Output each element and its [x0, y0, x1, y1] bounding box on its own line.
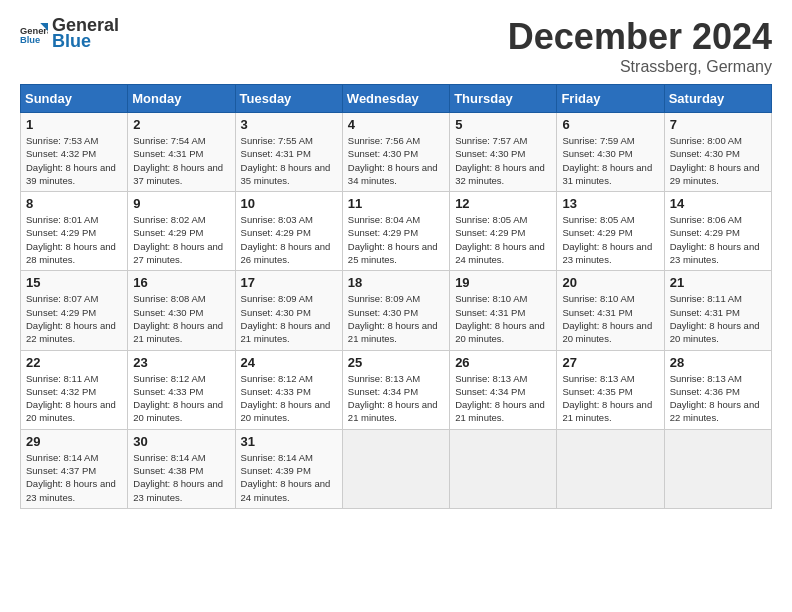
calendar-cell: 8Sunrise: 8:01 AMSunset: 4:29 PMDaylight…	[21, 192, 128, 271]
calendar-cell: 5Sunrise: 7:57 AMSunset: 4:30 PMDaylight…	[450, 113, 557, 192]
day-number: 22	[26, 355, 122, 370]
day-of-week-saturday: Saturday	[664, 85, 771, 113]
calendar-cell: 2Sunrise: 7:54 AMSunset: 4:31 PMDaylight…	[128, 113, 235, 192]
calendar-cell: 27Sunrise: 8:13 AMSunset: 4:35 PMDayligh…	[557, 350, 664, 429]
day-number: 4	[348, 117, 444, 132]
day-info: Sunrise: 8:10 AMSunset: 4:31 PMDaylight:…	[455, 292, 551, 345]
day-info: Sunrise: 8:14 AMSunset: 4:38 PMDaylight:…	[133, 451, 229, 504]
calendar-cell	[557, 429, 664, 508]
day-number: 10	[241, 196, 337, 211]
day-number: 26	[455, 355, 551, 370]
day-number: 14	[670, 196, 766, 211]
day-number: 29	[26, 434, 122, 449]
calendar-cell: 29Sunrise: 8:14 AMSunset: 4:37 PMDayligh…	[21, 429, 128, 508]
day-of-week-thursday: Thursday	[450, 85, 557, 113]
calendar-cell: 15Sunrise: 8:07 AMSunset: 4:29 PMDayligh…	[21, 271, 128, 350]
day-number: 13	[562, 196, 658, 211]
day-number: 9	[133, 196, 229, 211]
day-number: 25	[348, 355, 444, 370]
day-number: 3	[241, 117, 337, 132]
day-info: Sunrise: 8:05 AMSunset: 4:29 PMDaylight:…	[562, 213, 658, 266]
day-number: 28	[670, 355, 766, 370]
svg-text:Blue: Blue	[20, 35, 40, 45]
calendar-cell: 12Sunrise: 8:05 AMSunset: 4:29 PMDayligh…	[450, 192, 557, 271]
day-info: Sunrise: 7:56 AMSunset: 4:30 PMDaylight:…	[348, 134, 444, 187]
day-info: Sunrise: 8:01 AMSunset: 4:29 PMDaylight:…	[26, 213, 122, 266]
svg-text:General: General	[20, 26, 48, 36]
title-block: December 2024 Strassberg, Germany	[508, 16, 772, 76]
calendar-cell: 9Sunrise: 8:02 AMSunset: 4:29 PMDaylight…	[128, 192, 235, 271]
calendar-cell: 7Sunrise: 8:00 AMSunset: 4:30 PMDaylight…	[664, 113, 771, 192]
calendar-cell: 30Sunrise: 8:14 AMSunset: 4:38 PMDayligh…	[128, 429, 235, 508]
day-info: Sunrise: 8:05 AMSunset: 4:29 PMDaylight:…	[455, 213, 551, 266]
day-info: Sunrise: 8:02 AMSunset: 4:29 PMDaylight:…	[133, 213, 229, 266]
calendar-week-5: 29Sunrise: 8:14 AMSunset: 4:37 PMDayligh…	[21, 429, 772, 508]
day-info: Sunrise: 8:07 AMSunset: 4:29 PMDaylight:…	[26, 292, 122, 345]
calendar-week-1: 1Sunrise: 7:53 AMSunset: 4:32 PMDaylight…	[21, 113, 772, 192]
page-header: General Blue General Blue December 2024 …	[20, 16, 772, 76]
calendar-cell: 14Sunrise: 8:06 AMSunset: 4:29 PMDayligh…	[664, 192, 771, 271]
day-number: 5	[455, 117, 551, 132]
calendar-cell: 16Sunrise: 8:08 AMSunset: 4:30 PMDayligh…	[128, 271, 235, 350]
calendar-week-2: 8Sunrise: 8:01 AMSunset: 4:29 PMDaylight…	[21, 192, 772, 271]
day-number: 20	[562, 275, 658, 290]
calendar-cell: 25Sunrise: 8:13 AMSunset: 4:34 PMDayligh…	[342, 350, 449, 429]
calendar-cell: 11Sunrise: 8:04 AMSunset: 4:29 PMDayligh…	[342, 192, 449, 271]
calendar-cell: 18Sunrise: 8:09 AMSunset: 4:30 PMDayligh…	[342, 271, 449, 350]
calendar-table: SundayMondayTuesdayWednesdayThursdayFrid…	[20, 84, 772, 509]
calendar-cell: 28Sunrise: 8:13 AMSunset: 4:36 PMDayligh…	[664, 350, 771, 429]
calendar-cell	[450, 429, 557, 508]
day-info: Sunrise: 8:09 AMSunset: 4:30 PMDaylight:…	[348, 292, 444, 345]
day-info: Sunrise: 8:00 AMSunset: 4:30 PMDaylight:…	[670, 134, 766, 187]
calendar-header-row: SundayMondayTuesdayWednesdayThursdayFrid…	[21, 85, 772, 113]
day-info: Sunrise: 7:55 AMSunset: 4:31 PMDaylight:…	[241, 134, 337, 187]
day-of-week-friday: Friday	[557, 85, 664, 113]
calendar-cell: 26Sunrise: 8:13 AMSunset: 4:34 PMDayligh…	[450, 350, 557, 429]
day-info: Sunrise: 8:11 AMSunset: 4:31 PMDaylight:…	[670, 292, 766, 345]
calendar-week-3: 15Sunrise: 8:07 AMSunset: 4:29 PMDayligh…	[21, 271, 772, 350]
calendar-cell: 19Sunrise: 8:10 AMSunset: 4:31 PMDayligh…	[450, 271, 557, 350]
day-info: Sunrise: 8:10 AMSunset: 4:31 PMDaylight:…	[562, 292, 658, 345]
day-number: 21	[670, 275, 766, 290]
calendar-cell: 10Sunrise: 8:03 AMSunset: 4:29 PMDayligh…	[235, 192, 342, 271]
day-of-week-monday: Monday	[128, 85, 235, 113]
calendar-cell: 4Sunrise: 7:56 AMSunset: 4:30 PMDaylight…	[342, 113, 449, 192]
day-number: 16	[133, 275, 229, 290]
day-info: Sunrise: 8:04 AMSunset: 4:29 PMDaylight:…	[348, 213, 444, 266]
day-info: Sunrise: 8:13 AMSunset: 4:34 PMDaylight:…	[455, 372, 551, 425]
calendar-cell: 1Sunrise: 7:53 AMSunset: 4:32 PMDaylight…	[21, 113, 128, 192]
day-info: Sunrise: 8:12 AMSunset: 4:33 PMDaylight:…	[241, 372, 337, 425]
day-info: Sunrise: 8:06 AMSunset: 4:29 PMDaylight:…	[670, 213, 766, 266]
calendar-cell	[342, 429, 449, 508]
day-info: Sunrise: 8:13 AMSunset: 4:34 PMDaylight:…	[348, 372, 444, 425]
calendar-cell: 24Sunrise: 8:12 AMSunset: 4:33 PMDayligh…	[235, 350, 342, 429]
day-number: 23	[133, 355, 229, 370]
day-info: Sunrise: 8:14 AMSunset: 4:39 PMDaylight:…	[241, 451, 337, 504]
day-number: 15	[26, 275, 122, 290]
day-number: 24	[241, 355, 337, 370]
calendar-cell: 3Sunrise: 7:55 AMSunset: 4:31 PMDaylight…	[235, 113, 342, 192]
day-info: Sunrise: 8:12 AMSunset: 4:33 PMDaylight:…	[133, 372, 229, 425]
calendar-cell	[664, 429, 771, 508]
calendar-cell: 22Sunrise: 8:11 AMSunset: 4:32 PMDayligh…	[21, 350, 128, 429]
day-number: 8	[26, 196, 122, 211]
day-number: 6	[562, 117, 658, 132]
calendar-cell: 13Sunrise: 8:05 AMSunset: 4:29 PMDayligh…	[557, 192, 664, 271]
day-info: Sunrise: 7:54 AMSunset: 4:31 PMDaylight:…	[133, 134, 229, 187]
day-number: 30	[133, 434, 229, 449]
calendar-cell: 23Sunrise: 8:12 AMSunset: 4:33 PMDayligh…	[128, 350, 235, 429]
day-number: 2	[133, 117, 229, 132]
day-info: Sunrise: 8:09 AMSunset: 4:30 PMDaylight:…	[241, 292, 337, 345]
location-title: Strassberg, Germany	[508, 58, 772, 76]
day-number: 17	[241, 275, 337, 290]
day-number: 12	[455, 196, 551, 211]
logo-icon: General Blue	[20, 20, 48, 48]
day-number: 1	[26, 117, 122, 132]
day-number: 11	[348, 196, 444, 211]
day-info: Sunrise: 7:57 AMSunset: 4:30 PMDaylight:…	[455, 134, 551, 187]
day-info: Sunrise: 8:11 AMSunset: 4:32 PMDaylight:…	[26, 372, 122, 425]
month-title: December 2024	[508, 16, 772, 58]
day-of-week-sunday: Sunday	[21, 85, 128, 113]
day-number: 19	[455, 275, 551, 290]
calendar-cell: 6Sunrise: 7:59 AMSunset: 4:30 PMDaylight…	[557, 113, 664, 192]
